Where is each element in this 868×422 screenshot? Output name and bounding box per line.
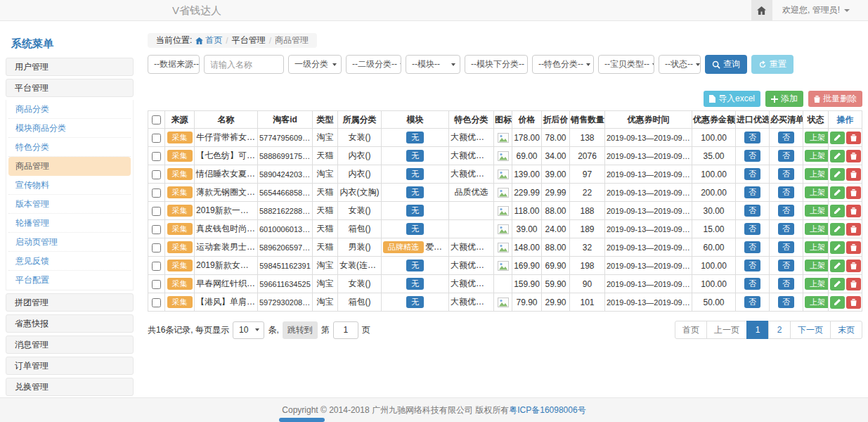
- row-checkbox[interactable]: [152, 298, 161, 307]
- row-checkbox[interactable]: [152, 243, 161, 252]
- sidebar-subitem[interactable]: 商品分类: [8, 100, 131, 119]
- must-buy-toggle[interactable]: 否: [778, 168, 794, 180]
- user-menu[interactable]: 欢迎您, 管理员!: [772, 0, 868, 20]
- row-checkbox[interactable]: [152, 280, 161, 289]
- breadcrumb-home-link[interactable]: 首页: [195, 34, 222, 46]
- reset-button[interactable]: 重置: [751, 55, 793, 74]
- delete-button[interactable]: [846, 278, 861, 290]
- must-buy-toggle[interactable]: 否: [778, 205, 794, 217]
- sidebar-group[interactable]: 拼团管理: [6, 293, 134, 312]
- must-buy-toggle[interactable]: 否: [778, 260, 794, 271]
- must-buy-toggle[interactable]: 否: [778, 132, 794, 143]
- edit-button[interactable]: [830, 241, 845, 254]
- sidebar-subitem[interactable]: 意见反馈: [8, 252, 131, 271]
- must-buy-toggle[interactable]: 否: [778, 150, 794, 162]
- sidebar-subitem[interactable]: 轮播管理: [8, 214, 131, 233]
- sidebar-subitem[interactable]: 模块商品分类: [8, 119, 131, 138]
- filter-select[interactable]: --数据来源--: [148, 55, 200, 74]
- must-buy-toggle[interactable]: 否: [778, 278, 794, 290]
- import-select-toggle[interactable]: 否: [744, 168, 760, 180]
- import-select-toggle[interactable]: 否: [744, 241, 760, 253]
- status-button[interactable]: 上架: [805, 132, 829, 143]
- status-button[interactable]: 上架: [805, 296, 829, 308]
- status-button[interactable]: 上架: [805, 223, 829, 235]
- pager-button[interactable]: 2: [768, 321, 791, 339]
- jump-button[interactable]: 跳转到: [283, 321, 318, 339]
- sidebar-group-platform[interactable]: 平台管理: [6, 79, 134, 97]
- delete-button[interactable]: [846, 150, 861, 162]
- pager-button[interactable]: 首页: [675, 321, 707, 339]
- pager-button[interactable]: 末页: [830, 321, 862, 339]
- must-buy-toggle[interactable]: 否: [778, 296, 794, 308]
- filter-select[interactable]: --状态--: [659, 55, 701, 74]
- sidebar-subitem[interactable]: 商品管理: [8, 157, 131, 176]
- delete-button[interactable]: [846, 132, 861, 144]
- edit-button[interactable]: [830, 296, 845, 309]
- delete-button[interactable]: [846, 205, 861, 217]
- import-select-toggle[interactable]: 否: [744, 296, 760, 308]
- status-button[interactable]: 上架: [805, 241, 829, 253]
- page-number-input[interactable]: [333, 321, 358, 339]
- filter-select[interactable]: --模块--: [406, 55, 460, 74]
- row-checkbox[interactable]: [152, 225, 161, 234]
- sidebar-subitem[interactable]: 宣传物料: [8, 176, 131, 195]
- row-checkbox[interactable]: [152, 152, 161, 161]
- status-button[interactable]: 上架: [805, 168, 829, 180]
- delete-button[interactable]: [846, 241, 861, 254]
- add-button[interactable]: 添加: [765, 91, 803, 107]
- import-select-toggle[interactable]: 否: [744, 150, 760, 162]
- delete-button[interactable]: [846, 168, 861, 181]
- must-buy-toggle[interactable]: 否: [778, 223, 794, 235]
- import-select-toggle[interactable]: 否: [744, 132, 760, 143]
- sidebar-group[interactable]: 订单管理: [6, 357, 134, 375]
- filter-select[interactable]: --模块下分类--: [465, 55, 528, 74]
- search-button[interactable]: 查询: [705, 55, 747, 74]
- row-checkbox[interactable]: [152, 134, 161, 143]
- filter-select[interactable]: --二级分类--: [346, 55, 401, 74]
- must-buy-toggle[interactable]: 否: [778, 241, 794, 253]
- horizontal-scrollbar-thumb[interactable]: [279, 418, 325, 422]
- sidebar-group[interactable]: 兑换管理: [6, 378, 134, 396]
- delete-button[interactable]: [846, 260, 861, 272]
- pager-button[interactable]: 1: [746, 321, 769, 339]
- filter-select[interactable]: --宝贝类型--: [598, 55, 654, 74]
- edit-button[interactable]: [830, 186, 845, 199]
- sidebar-group[interactable]: 消息管理: [6, 335, 134, 354]
- select-all-checkbox[interactable]: [152, 115, 161, 124]
- import-excel-button[interactable]: 导入excel: [704, 91, 760, 107]
- icp-link[interactable]: 粤ICP备16098006号: [509, 404, 585, 416]
- import-select-toggle[interactable]: 否: [744, 186, 760, 198]
- edit-button[interactable]: [830, 132, 845, 144]
- edit-button[interactable]: [830, 278, 845, 290]
- sidebar-subitem[interactable]: 特色分类: [8, 138, 131, 157]
- row-checkbox[interactable]: [152, 262, 161, 271]
- name-search-input[interactable]: [204, 55, 284, 74]
- status-button[interactable]: 上架: [805, 186, 829, 198]
- sidebar-subitem[interactable]: 启动页管理: [8, 233, 131, 252]
- import-select-toggle[interactable]: 否: [744, 223, 760, 235]
- row-checkbox[interactable]: [152, 207, 161, 216]
- status-button[interactable]: 上架: [805, 260, 829, 271]
- edit-button[interactable]: [830, 150, 845, 162]
- home-button[interactable]: [751, 0, 772, 20]
- delete-button[interactable]: [846, 186, 861, 199]
- import-select-toggle[interactable]: 否: [744, 205, 760, 217]
- edit-button[interactable]: [830, 223, 845, 236]
- pager-button[interactable]: 下一页: [790, 321, 831, 339]
- row-checkbox[interactable]: [152, 170, 161, 179]
- edit-button[interactable]: [830, 260, 845, 272]
- status-button[interactable]: 上架: [805, 278, 829, 290]
- page-size-select[interactable]: 10: [233, 321, 264, 339]
- sidebar-subitem[interactable]: 平台配置: [8, 271, 131, 290]
- must-buy-toggle[interactable]: 否: [778, 186, 794, 198]
- status-button[interactable]: 上架: [805, 150, 829, 162]
- batch-delete-button[interactable]: 批量删除: [808, 91, 862, 107]
- sidebar-subitem[interactable]: 版本管理: [8, 195, 131, 214]
- delete-button[interactable]: [846, 296, 861, 309]
- pager-button[interactable]: 上一页: [706, 321, 747, 339]
- edit-button[interactable]: [830, 205, 845, 217]
- edit-button[interactable]: [830, 168, 845, 181]
- import-select-toggle[interactable]: 否: [744, 278, 760, 290]
- status-button[interactable]: 上架: [805, 205, 829, 217]
- import-select-toggle[interactable]: 否: [744, 260, 760, 271]
